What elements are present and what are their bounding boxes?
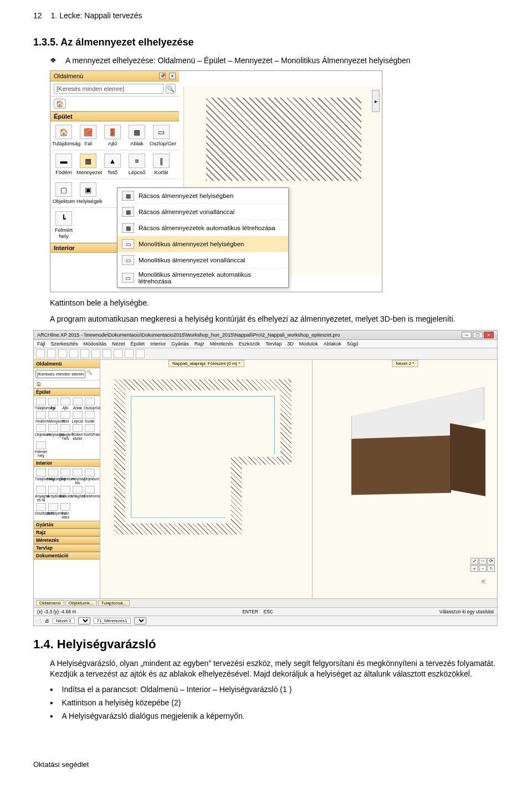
category-epulet[interactable]: Épület bbox=[50, 111, 179, 121]
sb-cat-dokumentacio[interactable]: Dokumentáció bbox=[34, 552, 100, 560]
tab-oldalmenu[interactable]: Oldalmenü bbox=[36, 600, 64, 606]
menu-item[interactable]: Súgó bbox=[347, 341, 359, 347]
roof-icon[interactable]: ▲ bbox=[104, 154, 121, 168]
menu-item[interactable]: Tervlap bbox=[265, 341, 282, 347]
toolbar-button[interactable] bbox=[80, 349, 89, 358]
view-tab-dropdown[interactable] bbox=[78, 617, 90, 624]
menu-item[interactable]: Nézet bbox=[112, 341, 125, 347]
flyout-item[interactable]: ▦Rácsos álmennyezet vonallánccal bbox=[117, 204, 288, 220]
menu-item[interactable]: Épület bbox=[131, 341, 145, 347]
sidebar-tool[interactable]: Helyiségek bbox=[47, 424, 59, 440]
toolbar-button[interactable] bbox=[114, 349, 122, 358]
nav-button[interactable]: － bbox=[479, 565, 487, 572]
sidebar-search-input[interactable] bbox=[35, 370, 85, 378]
sb-cat-gyartas[interactable]: Gyártás bbox=[34, 521, 100, 528]
collapse-chevron-icon[interactable]: ▸ bbox=[372, 90, 380, 112]
toolbar-button[interactable] bbox=[103, 349, 111, 358]
minimize-icon[interactable]: – bbox=[462, 332, 472, 338]
sidebar-tool[interactable]: Oszlop/Ger bbox=[84, 398, 96, 410]
sidebar-tool[interactable]: Anyagha és tá bbox=[35, 486, 47, 502]
stair-icon[interactable]: ≡ bbox=[129, 154, 145, 168]
sidebar-tool[interactable]: Tulajdonság bbox=[35, 398, 47, 410]
window-icon[interactable]: ▦ bbox=[129, 125, 145, 139]
search-input[interactable] bbox=[54, 84, 163, 94]
sidebar-tool[interactable]: Ablak bbox=[71, 398, 84, 410]
sb-cat-meretezes[interactable]: Méretezés bbox=[34, 536, 100, 544]
tab-objektumk[interactable]: Objektumk... bbox=[65, 600, 97, 606]
sidebar-tool[interactable]: Burkolat bbox=[59, 486, 71, 502]
toolbar-button[interactable] bbox=[136, 349, 145, 358]
ceiling-icon[interactable]: ▦ bbox=[80, 154, 96, 168]
survey-icon[interactable]: ┗ bbox=[55, 211, 72, 226]
sidebar-tool[interactable]: Fal bbox=[47, 398, 59, 410]
column-icon[interactable]: ▭ bbox=[153, 125, 170, 139]
sidebar-tool[interactable]: Tető bbox=[59, 411, 71, 423]
toolbar-button[interactable] bbox=[36, 349, 45, 358]
door-icon[interactable]: 🚪 bbox=[104, 125, 121, 139]
sidebar-tool[interactable]: Objektum bbox=[35, 424, 47, 440]
sidebar-tool[interactable]: Díszítőprofil bbox=[35, 503, 47, 519]
axis-gizmo-icon[interactable]: ⇱ bbox=[482, 579, 486, 585]
wall-icon[interactable]: 🧱 bbox=[80, 125, 96, 139]
rooms-icon[interactable]: ▣ bbox=[80, 182, 96, 197]
menu-item[interactable]: Módosítás bbox=[84, 341, 107, 347]
sidebar-tool[interactable]: Objektum bbox=[84, 469, 96, 485]
nav-button[interactable]: ＋ bbox=[470, 565, 478, 572]
menu-item[interactable]: Szerkesztés bbox=[51, 341, 78, 347]
slab-icon[interactable]: ▬ bbox=[55, 154, 72, 168]
view-tab[interactable]: Nézet 2 bbox=[53, 618, 75, 624]
sb-cat-tervlap[interactable]: Tervlap bbox=[34, 544, 100, 552]
search-icon[interactable]: 🔍 bbox=[86, 370, 92, 378]
sidebar-tool[interactable]: Felmért hely bbox=[35, 441, 47, 458]
menu-item[interactable]: Modulok bbox=[299, 341, 318, 347]
sidebar-tool[interactable]: Tulajdonság bbox=[35, 469, 47, 485]
sidebar-tool[interactable]: Világítás bbox=[71, 486, 84, 502]
sidebar-tool[interactable]: Árnyékolók bbox=[47, 486, 59, 502]
menu-item[interactable]: Rajz bbox=[195, 341, 204, 347]
sidebar-tool[interactable]: Google® Térk bbox=[59, 424, 71, 440]
object-icon[interactable]: ▢ bbox=[55, 182, 72, 197]
nav-button[interactable]: ⤢ bbox=[470, 558, 478, 565]
home-icon[interactable]: 🏠 bbox=[54, 99, 66, 109]
sidebar-tool[interactable]: Kürtő/Falroh bbox=[84, 424, 96, 440]
flyout-item[interactable]: ▭Monolitikus álmennyezetek automatikus l… bbox=[117, 268, 288, 287]
menu-item[interactable]: Gyártás bbox=[171, 341, 189, 347]
toolbar-button[interactable] bbox=[125, 349, 134, 358]
sidebar-tool[interactable]: Lépcső bbox=[71, 411, 84, 423]
sidebar-tool[interactable]: Ajtó bbox=[59, 398, 71, 410]
toolbar-button[interactable] bbox=[47, 349, 56, 358]
sidebar-tool[interactable]: Elektromos bbox=[84, 486, 96, 502]
sidebar-tool[interactable]: Mennyezet bbox=[47, 411, 59, 423]
view-tab[interactable]: 71_Méretezés1 bbox=[94, 618, 131, 624]
view-tab-dropdown[interactable] bbox=[134, 617, 146, 624]
sidebar-tool[interactable]: Objektum bbox=[59, 469, 71, 485]
search-icon[interactable]: 🔍 bbox=[166, 84, 176, 94]
sidebar-tool[interactable]: Helyiség foo bbox=[71, 469, 84, 485]
menu-item[interactable]: 3D bbox=[287, 341, 294, 347]
sidebar-tool[interactable]: Külteri eszkö bbox=[71, 424, 84, 440]
close-icon[interactable]: × bbox=[169, 73, 176, 79]
sb-cat-interior[interactable]: Interior bbox=[34, 459, 100, 467]
toolbar-button[interactable] bbox=[69, 349, 78, 358]
tab-tulajdonsa[interactable]: Tulajdonsá... bbox=[98, 600, 130, 606]
view-2d[interactable]: Nappali_alaprajz: Földszint (0 m) * bbox=[100, 360, 313, 598]
menu-item[interactable]: Fájl bbox=[37, 341, 45, 347]
flyout-item[interactable]: ▭Monolitikus álmennyezet vonallánccal bbox=[117, 252, 288, 268]
toolbar-button[interactable] bbox=[91, 349, 100, 358]
pin-icon[interactable]: 📌 bbox=[159, 73, 166, 79]
flyout-item-selected[interactable]: ▭Monolitikus álmennyezet helyiségben bbox=[117, 236, 288, 252]
menu-item[interactable]: Méretezés bbox=[210, 341, 233, 347]
sidebar-tool[interactable]: Födém bbox=[35, 411, 47, 423]
sidebar-tool[interactable]: Korlát bbox=[84, 411, 96, 423]
menu-item[interactable]: Interior bbox=[150, 341, 166, 347]
sidebar-home[interactable]: 🏠 bbox=[34, 380, 100, 388]
menu-item[interactable]: Ablakok bbox=[324, 341, 341, 347]
sidebar-tool[interactable]: Helyiségvar bbox=[47, 469, 59, 485]
flyout-item[interactable]: ▦Rácsos álmennyezetek automatikus létreh… bbox=[117, 220, 288, 236]
nav-button[interactable]: ↔ bbox=[479, 558, 487, 565]
nav-button[interactable]: ⌂ bbox=[487, 565, 495, 572]
sidebar-tool[interactable]: Belsőprihoz bbox=[47, 503, 59, 519]
maximize-icon[interactable]: □ bbox=[473, 332, 483, 338]
flyout-item[interactable]: ▦Rácsos álmennyezet helyiségben bbox=[117, 188, 288, 204]
menu-item[interactable]: Eszközök bbox=[239, 341, 260, 347]
